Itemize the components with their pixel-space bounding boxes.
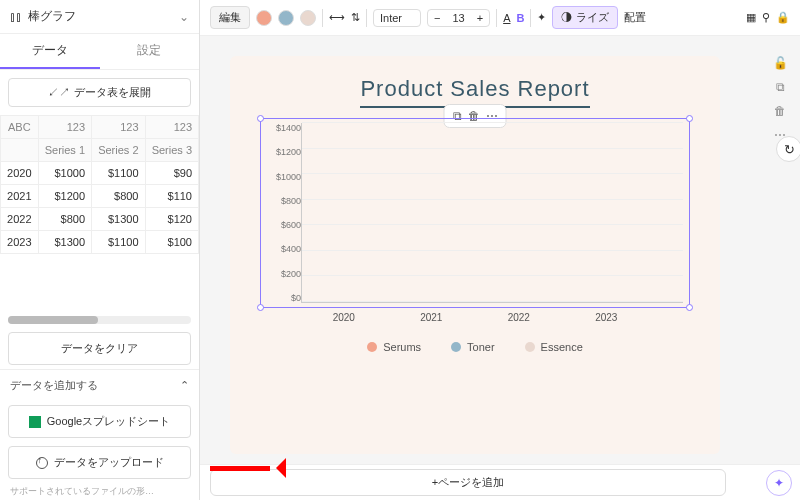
table-row[interactable]: 2021$1200$800$110 <box>1 185 199 208</box>
clear-data-button[interactable]: データをクリア <box>8 332 191 365</box>
top-toolbar: 編集 ⟷ ⇅ Inter −13+ A B ✦ ◑ ライズ 配置 ▦ ⚲ 🔒 <box>200 0 800 36</box>
table-row[interactable]: 2023$1300$1100$100 <box>1 231 199 254</box>
bold-button[interactable]: B <box>516 12 524 24</box>
ai-sparkle-button[interactable]: ✦ <box>766 470 792 496</box>
main: 編集 ⟷ ⇅ Inter −13+ A B ✦ ◑ ライズ 配置 ▦ ⚲ 🔒 P… <box>200 0 800 500</box>
color-swatch-2[interactable] <box>278 10 294 26</box>
copy-page-icon[interactable]: ⧉ <box>776 80 785 94</box>
y-axis: $1400$1200$1000$800$600$400$200$0 <box>261 119 301 307</box>
chart-selection[interactable]: $1400$1200$1000$800$600$400$200$0 <box>260 118 690 308</box>
header-row: Series 1Series 2Series 3 <box>1 139 199 162</box>
chart-type-label: 棒グラフ <box>28 8 76 25</box>
sidebar: ⫿⫿ 棒グラフ ⌄ データ 設定 ↙↗ データ表を展開 ABC123123123… <box>0 0 200 500</box>
flip-icon[interactable]: ⇅ <box>351 11 360 24</box>
edit-button[interactable]: 編集 <box>210 6 250 29</box>
spacing-icon[interactable]: ⟷ <box>329 11 345 24</box>
google-sheets-button[interactable]: Googleスプレッドシート <box>8 405 191 438</box>
magic-icon[interactable]: ✦ <box>537 11 546 24</box>
chart-legend: SerumsTonerEssence <box>260 341 690 353</box>
tab-settings[interactable]: 設定 <box>100 34 200 69</box>
upload-icon <box>36 457 48 469</box>
font-size-stepper[interactable]: −13+ <box>427 9 490 27</box>
data-table[interactable]: ABC123123123 Series 1Series 2Series 3 20… <box>0 115 199 254</box>
color-swatch-3[interactable] <box>300 10 316 26</box>
footer: +ページを追加 ✦ <box>200 464 800 500</box>
col-type-row: ABC123123123 <box>1 116 199 139</box>
table-scrollbar[interactable] <box>8 316 191 324</box>
lock-page-icon[interactable]: 🔓 <box>773 56 788 70</box>
refresh-button[interactable]: ↻ <box>776 136 800 162</box>
canvas-area: Product Sales Report ⧉ 🗑 ⋯ $1400$1200$10… <box>200 36 800 464</box>
chevron-up-icon: ⌃ <box>180 379 189 392</box>
bar-chart-icon: ⫿⫿ <box>10 10 22 24</box>
link-icon[interactable]: ⚲ <box>762 11 770 24</box>
canvas-side-icons: 🔓 ⧉ 🗑 ⋯ <box>760 36 800 464</box>
canvas[interactable]: Product Sales Report ⧉ 🗑 ⋯ $1400$1200$10… <box>230 56 720 454</box>
lock-icon[interactable]: 🔒 <box>776 11 790 24</box>
sidebar-tabs: データ 設定 <box>0 34 199 70</box>
expand-table-button[interactable]: ↙↗ データ表を展開 <box>8 78 191 107</box>
table-row[interactable]: 2020$1000$1100$90 <box>1 162 199 185</box>
footnote: サポートされているファイルの形… <box>0 483 199 500</box>
resize-button[interactable]: ◑ ライズ <box>552 6 617 29</box>
color-swatch-1[interactable] <box>256 10 272 26</box>
text-color-button[interactable]: A <box>503 12 510 24</box>
trash-page-icon[interactable]: 🗑 <box>774 104 786 118</box>
upload-data-button[interactable]: データをアップロード <box>8 446 191 479</box>
add-page-button[interactable]: +ページを追加 <box>210 469 726 496</box>
align-button[interactable]: 配置 <box>624 10 646 25</box>
chart-plot <box>301 123 683 303</box>
chart-type-selector[interactable]: ⫿⫿ 棒グラフ ⌄ <box>0 0 199 34</box>
font-select[interactable]: Inter <box>373 9 421 27</box>
tab-data[interactable]: データ <box>0 34 100 69</box>
transparency-icon[interactable]: ▦ <box>746 11 756 24</box>
annotation-arrow <box>210 458 286 478</box>
x-axis: 2020202120222023 <box>260 308 690 323</box>
add-data-section[interactable]: データを追加する⌃ <box>0 369 199 401</box>
chevron-down-icon: ⌄ <box>179 10 189 24</box>
google-sheets-icon <box>29 416 41 428</box>
table-row[interactable]: 2022$800$1300$120 <box>1 208 199 231</box>
